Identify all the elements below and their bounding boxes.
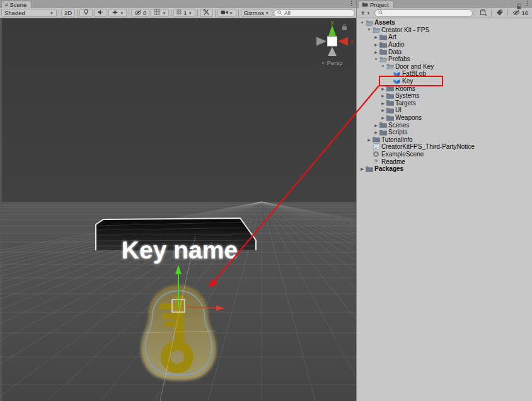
- lighting-toggle-button[interactable]: [79, 9, 93, 17]
- folder-icon: [386, 115, 394, 121]
- folder-icon: [379, 122, 387, 128]
- tab-project[interactable]: Project: [358, 1, 394, 8]
- scene-visibility-button[interactable]: 0: [131, 9, 149, 17]
- project-tab-folder-icon: [362, 2, 368, 8]
- folder-icon: [379, 49, 387, 55]
- tree-item-assets[interactable]: ▼Assets: [357, 19, 532, 26]
- expand-arrow-icon[interactable]: ▶: [373, 50, 379, 54]
- unity-editor-window: # Scene ⋮ Shaded ▼ 2D ▼: [0, 0, 532, 401]
- lock-open-icon[interactable]: [516, 1, 522, 12]
- tab-scene[interactable]: # Scene: [1, 1, 32, 8]
- project-search-field[interactable]: [374, 9, 473, 17]
- snap-increment-dropdown[interactable]: 1 ▼: [173, 9, 195, 17]
- collapse-arrow-icon[interactable]: ▼: [359, 21, 365, 25]
- project-menu-kebab-icon[interactable]: ⋮: [524, 0, 530, 6]
- expand-arrow-icon[interactable]: ▶: [373, 130, 379, 134]
- create-asset-button[interactable]: + ▼: [358, 9, 373, 17]
- gizmo-projection-label[interactable]: < Persp: [321, 59, 342, 66]
- gizmos-dropdown[interactable]: Gizmos ▼: [241, 9, 272, 17]
- camera-icon: [221, 9, 228, 16]
- scene-toolbar: Shaded ▼ 2D ▼ 0: [0, 8, 356, 18]
- scene-viewport[interactable]: Key name Key name: [0, 18, 356, 401]
- tree-item-creatorkitfps-third-partynotice[interactable]: CreatorKitFPS_Third-PartyNotice: [357, 143, 532, 151]
- chevron-down-icon: ▼: [50, 11, 54, 15]
- tree-item-label: Door and Key: [394, 63, 434, 70]
- expand-arrow-icon[interactable]: ▶: [380, 93, 386, 98]
- expand-arrow-icon[interactable]: ▶: [373, 42, 379, 47]
- expand-arrow-icon[interactable]: ▶: [380, 101, 386, 105]
- package-filter-button[interactable]: [477, 9, 489, 17]
- expand-arrow-icon[interactable]: ▶: [366, 137, 372, 142]
- collapse-arrow-icon[interactable]: ▼: [366, 28, 372, 32]
- tree-item-ui[interactable]: ▶UI: [357, 107, 532, 114]
- scene-search-input[interactable]: [284, 10, 351, 16]
- tree-item-data[interactable]: ▶Data: [357, 48, 532, 55]
- grid-icon: [154, 9, 161, 17]
- expand-arrow-icon[interactable]: ▶: [380, 115, 386, 120]
- scene-tab-label: Scene: [9, 1, 26, 8]
- tree-item-creator-kit-fps[interactable]: ▼Creator Kit - FPS: [357, 26, 532, 34]
- folder-icon: [379, 42, 387, 48]
- tree-item-label: UI: [394, 107, 402, 113]
- eye-off-icon: [134, 9, 142, 17]
- tree-item-prefabs[interactable]: ▼Prefabs: [357, 55, 532, 63]
- folder-open-icon: [379, 56, 387, 62]
- sign-text: Key name: [122, 236, 238, 264]
- grid-visibility-dropdown[interactable]: ▼: [151, 9, 169, 17]
- tree-item-label: Systems: [394, 92, 419, 99]
- shading-mode-dropdown[interactable]: Shaded ▼: [1, 9, 57, 17]
- tree-item-label: CreatorKitFPS_Third-PartyNotice: [380, 143, 475, 150]
- tree-item-door-and-key[interactable]: ▼Door and Key: [357, 63, 532, 71]
- project-search-input[interactable]: [385, 10, 470, 16]
- project-toolbar: + ▼ 16: [357, 8, 532, 18]
- tree-item-label: Scripts: [387, 129, 408, 136]
- tree-item-scenes[interactable]: ▶Scenes: [357, 121, 532, 129]
- expand-arrow-icon[interactable]: ▶: [373, 35, 379, 39]
- expand-arrow-icon[interactable]: ▶: [359, 166, 365, 171]
- folder-icon: [379, 34, 387, 40]
- search-icon: [378, 9, 383, 16]
- tree-item-label: ExampleScene: [380, 151, 424, 158]
- tools-button[interactable]: [200, 9, 213, 17]
- scene-icon: [372, 151, 380, 158]
- scene-menu-kebab-icon[interactable]: ⋮: [349, 0, 354, 6]
- tree-item-targets[interactable]: ▶Targets: [357, 100, 532, 107]
- tree-item-systems[interactable]: ▶Systems: [357, 92, 532, 100]
- tree-item-tutorialinfo[interactable]: ▶TutorialInfo: [357, 136, 532, 144]
- tree-item-art[interactable]: ▶Art: [357, 33, 532, 41]
- folder-icon: [386, 100, 394, 106]
- toggle-2d-button[interactable]: 2D: [61, 9, 75, 17]
- chevron-down-icon: ▼: [265, 11, 269, 15]
- scene-tab-bar: # Scene ⋮: [0, 0, 356, 8]
- collapse-arrow-icon[interactable]: ▼: [373, 57, 379, 61]
- tree-item-packages[interactable]: ▶Packages: [357, 165, 532, 173]
- expand-arrow-icon[interactable]: ▶: [380, 86, 386, 91]
- tools-icon: [203, 9, 210, 17]
- folder-icon: [372, 136, 380, 142]
- chevron-down-icon: ▼: [120, 11, 124, 15]
- collapse-arrow-icon[interactable]: ▼: [380, 64, 386, 68]
- expand-arrow-icon[interactable]: ▶: [373, 123, 379, 127]
- scene-search-field[interactable]: [274, 9, 355, 17]
- folder-open-icon: [365, 20, 373, 26]
- gizmo-y-label: y: [330, 19, 333, 25]
- project-panel: Project ⋮ + ▼ 16: [356, 0, 532, 401]
- audio-toggle-button[interactable]: [94, 9, 107, 17]
- effects-dropdown[interactable]: ▼: [108, 9, 127, 17]
- tree-item-weapons[interactable]: ▶Weapons: [357, 114, 532, 122]
- tree-item-examplescene[interactable]: ExampleScene: [357, 151, 532, 158]
- gizmo-center-cube[interactable]: [328, 37, 337, 46]
- label-filter-button[interactable]: [494, 9, 506, 17]
- expand-arrow-icon[interactable]: ▶: [380, 108, 386, 112]
- search-icon: [277, 9, 282, 16]
- project-tab-bar: Project ⋮: [357, 0, 532, 8]
- folder-open-icon: [386, 63, 394, 69]
- folder-open-icon: [372, 26, 380, 33]
- tree-item-scripts[interactable]: ▶Scripts: [357, 129, 532, 136]
- camera-settings-dropdown[interactable]: ▼: [217, 9, 236, 17]
- viewport-sky: [0, 18, 356, 202]
- tree-item-audio[interactable]: ▶Audio: [357, 41, 532, 49]
- tree-item-label: Assets: [373, 19, 395, 26]
- tree-item-readme[interactable]: ?Readme: [357, 158, 532, 165]
- chevron-down-icon: ▼: [229, 11, 233, 15]
